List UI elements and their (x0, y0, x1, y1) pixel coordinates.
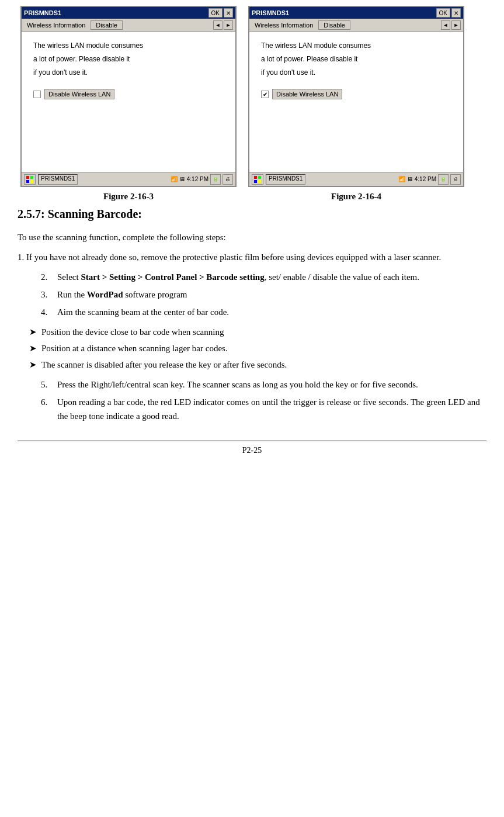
section-heading: 2.5.7: Scanning Barcode: (18, 207, 486, 221)
antenna-icon-2: 📶 (398, 176, 405, 182)
page-footer: P2-25 (18, 441, 486, 455)
menu-disable-2[interactable]: Disable (318, 20, 350, 30)
menu-wireless-info-2[interactable]: Wireless Information (252, 20, 316, 30)
ok-button-1[interactable]: OK (208, 8, 223, 18)
battery-icon-2: 🔋 (438, 174, 449, 185)
svg-rect-3 (30, 180, 33, 183)
list-text-4: Aim the scanning beam at the center of b… (57, 305, 486, 319)
titlebar-1-buttons: OK ✕ (208, 8, 233, 18)
scroll-left-1[interactable]: ◄ (213, 20, 223, 30)
list-item-2: 2. Select Start > Setting > Control Pane… (41, 270, 486, 284)
titlebar-2-buttons: OK ✕ (436, 8, 461, 18)
list-item-5: 5. Press the Right/left/central scan key… (41, 378, 486, 392)
antenna-icon-1: 📶 (171, 176, 178, 182)
figure-2-container: PRISMNDS1 OK ✕ Wireless Information Disa… (245, 6, 467, 202)
titlebar-1: PRISMNDS1 OK ✕ (22, 7, 235, 19)
msg-line1-2: The wirless LAN module consumes (261, 41, 451, 51)
printer-icon-2: 🖨 (450, 174, 461, 185)
bullet-list: ➤ Position the device close to bar code … (29, 325, 486, 372)
scroll-arrows-1: ◄ ► (213, 20, 233, 30)
bullet-text-3: The scanner is disabled after you releas… (41, 358, 287, 372)
taskbar-icons-1: 📶 🖥 4:12 PM 🔋 🖨 (171, 174, 233, 185)
msg-line3-2: if you don't use it. (261, 68, 451, 78)
list-num-5: 5. (41, 378, 53, 392)
list-item-3: 3. Run the WordPad software program (41, 288, 486, 302)
svg-rect-5 (258, 176, 261, 179)
taskbar-1: PRISMNDS1 📶 🖥 4:12 PM 🔋 🖨 (22, 172, 235, 186)
figures-row: PRISMNDS1 OK ✕ Wireless Information Disa… (18, 6, 486, 202)
svg-rect-6 (254, 180, 257, 183)
bullet-text-2: Position at a distance when scanning lag… (41, 341, 228, 355)
list-item-4: 4. Aim the scanning beam at the center o… (41, 305, 486, 319)
numbered-list: 2. Select Start > Setting > Control Pane… (41, 270, 486, 319)
checkbox-2[interactable]: ✔ (261, 91, 269, 98)
taskbar-time-1: 4:12 PM (187, 176, 208, 182)
taskbar-2: PRISMNDS1 📶 🖥 4:12 PM 🔋 🖨 (249, 172, 463, 186)
list-item-6: 6. Upon reading a bar code, the red LED … (41, 395, 486, 423)
bullet-arrow-1: ➤ (29, 325, 37, 339)
list-text-3: Run the WordPad software program (57, 288, 486, 302)
list-text-6: Upon reading a bar code, the red LED ind… (57, 395, 486, 423)
close-button-1[interactable]: ✕ (224, 8, 233, 18)
main-content: 2.5.7: Scanning Barcode: To use the scan… (18, 207, 486, 423)
checkbox-label-2[interactable]: Disable Wireless LAN (272, 89, 342, 99)
bullet-text-1: Position the device close to bar code wh… (41, 325, 224, 339)
bold-text-2: Start > Setting > Control Panel > Barcod… (81, 272, 264, 282)
checkbox-1[interactable] (33, 91, 41, 98)
taskbar-appname-1[interactable]: PRISMNDS1 (38, 174, 78, 185)
msg-line2-1: a lot of power. Please disable it (33, 54, 224, 64)
start-btn-2[interactable] (252, 174, 263, 185)
titlebar-2: PRISMNDS1 OK ✕ (249, 7, 463, 19)
menu-disable-1[interactable]: Disable (91, 20, 123, 30)
bullet-item-3: ➤ The scanner is disabled after you rele… (29, 358, 486, 372)
page-number: P2-25 (242, 446, 262, 455)
titlebar-1-title: PRISMNDS1 (24, 9, 61, 16)
checkbox-row-1: Disable Wireless LAN (33, 89, 224, 99)
wince-window-1: PRISMNDS1 OK ✕ Wireless Information Disa… (20, 6, 237, 187)
battery-icon-1: 🔋 (210, 174, 221, 185)
wince-body-1: The wirless LAN module consumes a lot of… (22, 32, 235, 172)
taskbar-time-2: 4:12 PM (415, 176, 436, 182)
bullet-arrow-2: ➤ (29, 341, 37, 355)
bold-wordpad: WordPad (87, 290, 123, 299)
list-num-4: 4. (41, 305, 53, 319)
scroll-left-2[interactable]: ◄ (441, 20, 450, 30)
msg-line1-1: The wirless LAN module consumes (33, 41, 224, 51)
intro-line1: To use the scanning function, complete t… (18, 230, 486, 244)
device-icon-2: 🖥 (407, 176, 413, 182)
list-text-2: Select Start > Setting > Control Panel >… (57, 270, 486, 284)
svg-rect-2 (26, 180, 29, 183)
svg-rect-7 (258, 180, 261, 183)
list-num-2: 2. (41, 270, 53, 284)
printer-icon-1: 🖨 (223, 174, 233, 185)
device-icon-1: 🖥 (179, 176, 185, 182)
figure-1-container: PRISMNDS1 OK ✕ Wireless Information Disa… (18, 6, 239, 202)
scroll-right-2[interactable]: ► (451, 20, 461, 30)
wince-body-2: The wirless LAN module consumes a lot of… (249, 32, 463, 172)
close-button-2[interactable]: ✕ (451, 8, 461, 18)
menu-wireless-info-1[interactable]: Wireless Information (24, 20, 88, 30)
list-text-5: Press the Right/left/central scan key. T… (57, 378, 486, 392)
msg-line3-1: if you don't use it. (33, 68, 224, 78)
windows-icon-2 (253, 175, 262, 184)
msg-line2-2: a lot of power. Please disable it (261, 54, 451, 64)
figure-caption-1: Figure 2-16-3 (103, 192, 154, 202)
figure-caption-2: Figure 2-16-4 (331, 192, 381, 202)
svg-rect-0 (26, 176, 29, 179)
checkbox-label-1[interactable]: Disable Wireless LAN (44, 89, 114, 99)
svg-rect-4 (254, 176, 257, 179)
taskbar-appname-2[interactable]: PRISMNDS1 (266, 174, 305, 185)
ok-button-2[interactable]: OK (436, 8, 450, 18)
titlebar-2-title: PRISMNDS1 (252, 9, 289, 16)
menubar-1: Wireless Information Disable ◄ ► (22, 19, 235, 32)
scroll-arrows-2: ◄ ► (441, 20, 461, 30)
start-btn-1[interactable] (24, 174, 36, 185)
numbered-list-2: 5. Press the Right/left/central scan key… (41, 378, 486, 423)
bullet-arrow-3: ➤ (29, 358, 37, 372)
intro-line2: 1. If you have not already done so, remo… (18, 250, 486, 264)
windows-icon-1 (26, 175, 34, 184)
scroll-right-1[interactable]: ► (224, 20, 233, 30)
bullet-item-2: ➤ Position at a distance when scanning l… (29, 341, 486, 355)
list-num-3: 3. (41, 288, 53, 302)
list-num-6: 6. (41, 395, 53, 423)
